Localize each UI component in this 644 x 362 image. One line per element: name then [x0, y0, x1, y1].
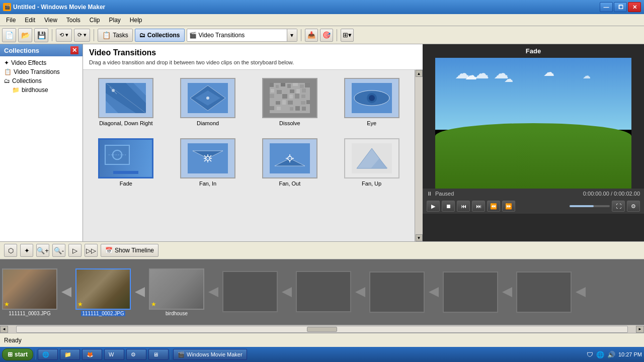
show-timeline-button[interactable]: 📅 Show Timeline: [101, 244, 158, 257]
taskbar-app-browser[interactable]: 🌐: [38, 349, 58, 360]
minimize-button[interactable]: —: [600, 2, 613, 12]
paused-label: Paused: [435, 191, 454, 197]
svg-rect-43: [277, 107, 281, 110]
preview-fullscreen-button[interactable]: ⛶: [612, 201, 625, 212]
new-button[interactable]: 📄: [2, 28, 16, 42]
menu-file[interactable]: File: [2, 16, 20, 25]
transition-diamond[interactable]: Diamond: [171, 76, 245, 128]
scrollbar-thumb[interactable]: [307, 327, 337, 332]
clip-thumb-3[interactable]: ★: [149, 268, 204, 310]
clip-star-3: ★: [151, 301, 156, 308]
storyboard-zoom-out-button[interactable]: 🔍-: [52, 244, 65, 257]
transition-diagonal-down-right[interactable]: Diagonal, Down Right: [89, 76, 163, 128]
storyboard-arrow-3[interactable]: [204, 272, 222, 313]
storyboard-select-button[interactable]: ✦: [20, 244, 33, 257]
storyboard-prev-button[interactable]: ⬡: [4, 244, 17, 257]
preview-volume[interactable]: [570, 205, 610, 207]
taskbar-moviemaker[interactable]: 🎬 Windows Movie Maker: [173, 349, 247, 360]
svg-marker-79: [61, 287, 71, 297]
transition-fade[interactable]: Fade: [89, 136, 163, 189]
taskbar-app-word[interactable]: W: [104, 349, 124, 360]
storyboard-arrow-5[interactable]: [351, 272, 369, 313]
tasks-icon: 📋: [102, 31, 111, 39]
dropdown-arrow-btn[interactable]: ▾: [287, 29, 297, 41]
redo-button[interactable]: ⟳ ▾: [74, 29, 90, 42]
storyboard-ff-button[interactable]: ▷▷: [85, 244, 98, 257]
storyboard-arrow-6[interactable]: [425, 272, 443, 313]
tree-item-video-transitions[interactable]: 📋 Video Transitions: [0, 67, 83, 76]
left-panel-close-button[interactable]: ✕: [70, 46, 78, 54]
taskbar-app-firefox[interactable]: 🦊: [82, 349, 102, 360]
clip-thumb-1[interactable]: ★: [2, 268, 57, 310]
clip-thumb-2[interactable]: ★: [75, 268, 131, 310]
menu-clip[interactable]: Clip: [86, 16, 104, 25]
diamond-label: Diamond: [197, 120, 219, 126]
svg-rect-40: [301, 101, 305, 105]
scrollbar-track[interactable]: [16, 326, 628, 333]
video-transitions-label: Video Transitions: [14, 68, 60, 75]
save-button[interactable]: 💾: [34, 28, 48, 42]
storyboard-zoom-in-button[interactable]: 🔍+: [36, 244, 49, 257]
svg-rect-20: [300, 84, 304, 88]
scroll-right-btn[interactable]: ►: [636, 326, 644, 333]
collections-tree-label: Collections: [12, 77, 42, 84]
close-button[interactable]: ✕: [628, 2, 641, 12]
transitions-scrollbar[interactable]: ▲ ▼: [415, 70, 423, 241]
horizontal-scrollbar[interactable]: ◄ ►: [0, 325, 644, 333]
transition-fan-out[interactable]: Fan, Out: [253, 136, 327, 189]
open-button[interactable]: 📂: [18, 28, 32, 42]
taskbar-app-unknown[interactable]: ⚙: [126, 349, 146, 360]
import-button[interactable]: 📥: [305, 29, 318, 42]
taskbar-app-explorer[interactable]: 📁: [60, 349, 80, 360]
transition-fan-up[interactable]: Fan, Up: [335, 136, 409, 189]
storyboard-arrow-8[interactable]: [572, 272, 590, 313]
transition-eye[interactable]: Eye: [335, 76, 409, 128]
video-transitions-icon: 📋: [4, 68, 12, 75]
tasks-button[interactable]: 📋 Tasks: [98, 29, 133, 42]
scroll-left-btn[interactable]: ◄: [0, 326, 8, 333]
preview-controls-bar: ⏸ Paused 0:00:00.00 / 0:00:02.00: [423, 189, 644, 199]
svg-marker-84: [429, 287, 439, 297]
storyboard-arrow-4[interactable]: [278, 272, 296, 313]
left-panel-header: Collections ✕: [0, 44, 83, 56]
view-options-button[interactable]: ⊞▾: [341, 29, 354, 42]
left-panel: Collections ✕ ✦ Video Effects 📋 Video Tr…: [0, 44, 83, 241]
maximize-button[interactable]: ⧠: [614, 2, 627, 12]
undo-button[interactable]: ⟲ ▾: [56, 29, 72, 42]
storyboard-clip-1: ★ 111111_0003.JPG: [2, 268, 57, 316]
storyboard-arrow-7[interactable]: [498, 272, 516, 313]
start-button[interactable]: ⊞ start: [2, 348, 33, 360]
preview-stop-button[interactable]: ⏹: [442, 201, 455, 212]
storyboard-play-button[interactable]: ▷: [68, 244, 82, 257]
preview-play-button[interactable]: ▶: [427, 201, 440, 212]
preview-rew-button[interactable]: ⏪: [487, 201, 500, 212]
collections-button[interactable]: 🗂 Collections: [135, 29, 185, 42]
storyboard-arrow-2[interactable]: [131, 272, 149, 313]
transition-fan-in[interactable]: Fan, In: [171, 136, 245, 189]
tree-item-video-effects[interactable]: ✦ Video Effects: [0, 58, 83, 67]
tree-item-collections[interactable]: 🗂 Collections: [0, 76, 83, 85]
storyboard-arrow-1[interactable]: [57, 272, 75, 313]
status-text: Ready: [4, 337, 22, 344]
menu-play[interactable]: Play: [105, 16, 125, 25]
tree-item-birdhouse[interactable]: 📁 birdhouse: [0, 85, 83, 95]
taskbar-app-unknown2[interactable]: 🖥: [148, 349, 169, 360]
svg-rect-34: [306, 94, 310, 99]
preview-prev-button[interactable]: ⏮: [457, 201, 470, 212]
menu-help[interactable]: Help: [126, 16, 146, 25]
preview-next-button[interactable]: ⏭: [472, 201, 485, 212]
menu-tools[interactable]: Tools: [62, 16, 85, 25]
scroll-down-btn[interactable]: ▼: [416, 234, 423, 241]
transition-dissolve[interactable]: Dissolve: [253, 76, 327, 128]
taskbar-sep-2: [171, 349, 171, 359]
panel-title: Video Transitions: [83, 44, 423, 59]
preview-ff-button[interactable]: ⏩: [502, 201, 515, 212]
storyboard-toolbar: ⬡ ✦ 🔍+ 🔍- ▷ ▷▷ 📅 Show Timeline: [0, 241, 644, 259]
diamond-thumb: [180, 78, 235, 118]
scroll-up-btn[interactable]: ▲: [416, 70, 423, 77]
menu-edit[interactable]: Edit: [21, 16, 39, 25]
storyboard-clip-3: ★ birdhouse: [149, 268, 204, 316]
preview-options-button[interactable]: ⚙: [627, 201, 640, 212]
auto-movie-button[interactable]: 🎯: [320, 29, 333, 42]
menu-view[interactable]: View: [40, 16, 61, 25]
